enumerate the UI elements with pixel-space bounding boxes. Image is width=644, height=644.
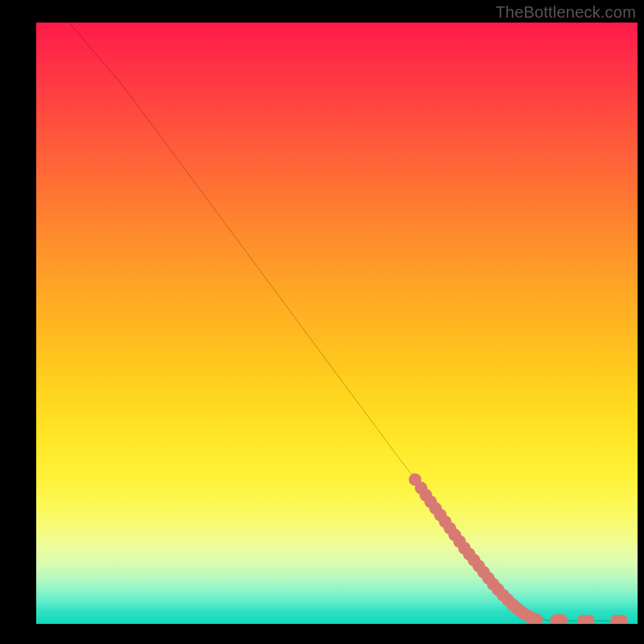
chart-svg	[36, 23, 638, 624]
chart-plot-area	[36, 23, 638, 624]
watermark-text: TheBottleneck.com	[495, 3, 636, 22]
chart-dots	[409, 473, 628, 624]
chart-curve	[69, 23, 625, 621]
